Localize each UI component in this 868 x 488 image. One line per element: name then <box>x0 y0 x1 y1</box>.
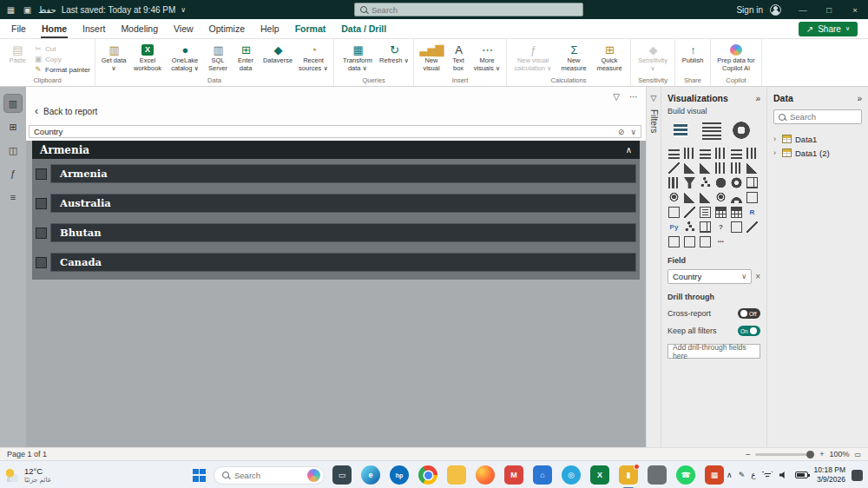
ribbon-chart-icon[interactable] <box>746 162 758 174</box>
save-icon[interactable]: ▣ <box>22 4 33 16</box>
menu-tab-view[interactable]: View <box>166 19 201 38</box>
ribbon-button-get-data[interactable]: ▥Get data ∨ <box>100 41 128 73</box>
field-header-chevron-icon[interactable]: ∨ <box>630 128 636 136</box>
slicer-field-header[interactable]: Country ⊘ ∨ <box>29 125 641 138</box>
data-table-data1-2[interactable]: ›Data1 (2) <box>773 146 862 160</box>
field-pill-country[interactable]: Country ∨ <box>667 269 752 284</box>
ribbon-button-excel-workbook[interactable]: XExcel workbook <box>130 41 165 73</box>
filters-funnel-icon[interactable]: ▽ <box>651 94 657 102</box>
table-icon[interactable] <box>715 207 727 218</box>
visual-more-options-icon[interactable]: ⋯ <box>629 92 638 102</box>
slicer-item-checkbox[interactable] <box>36 228 47 239</box>
ribbon-button-sensitivity[interactable]: ◆Sensitivity ∨ <box>635 41 670 73</box>
python-visual-icon[interactable]: Py <box>668 221 680 233</box>
data-search-input[interactable] <box>790 112 859 122</box>
taskbar-search[interactable] <box>214 466 325 485</box>
matrix-icon[interactable] <box>731 207 742 218</box>
taskbar-app-office[interactable]: ▦ <box>705 465 724 485</box>
pen-icon[interactable]: ✎ <box>739 471 746 479</box>
100-stacked-bar-chart-icon[interactable] <box>731 148 742 159</box>
ribbon-button-paste[interactable]: ▤Paste <box>4 41 30 65</box>
ribbon-button-publish[interactable]: ↑Publish <box>680 41 706 65</box>
ribbon-button-copy[interactable]: ▣Copy <box>33 55 90 63</box>
zoom-slider-thumb[interactable] <box>806 451 814 458</box>
slicer-item-checkbox[interactable] <box>36 198 47 209</box>
slicer-item-checkbox[interactable] <box>36 257 47 268</box>
menu-tab-insert[interactable]: Insert <box>75 19 113 38</box>
ribbon-button-new-visual[interactable]: ▃▅▇New visual <box>418 41 444 73</box>
taskbar-app-power-bi-desktop[interactable]: ▮ <box>619 465 638 485</box>
clear-selections-icon[interactable]: ⊘ <box>618 128 625 136</box>
decomposition-tree-icon[interactable] <box>700 221 711 233</box>
back-to-report[interactable]: ‹ Back to report <box>35 106 97 116</box>
taskbar-app-hp[interactable]: hp <box>390 465 409 485</box>
ribbon-button-refresh[interactable]: ↻Refresh ∨ <box>379 41 409 65</box>
power-automate-icon[interactable] <box>700 236 711 247</box>
zoom-in-icon[interactable]: + <box>819 450 824 458</box>
shape-map-icon[interactable] <box>700 192 711 203</box>
multi-row-card-icon[interactable] <box>668 207 680 218</box>
visual-filter-icon[interactable]: ▽ <box>613 92 620 102</box>
share-button[interactable]: ↗ Share ∨ <box>799 22 858 36</box>
fit-to-page-icon[interactable]: ▭ <box>854 451 861 458</box>
maximize-button[interactable]: □ <box>816 0 842 19</box>
save-status-caret-icon[interactable]: ∨ <box>181 6 186 14</box>
field-pill-chevron-icon[interactable]: ∨ <box>741 273 746 280</box>
ribbon-button-new-visual-calculation[interactable]: ƒNew visual calculation ∨ <box>511 41 555 73</box>
tmdl-view-icon[interactable]: ≡ <box>4 188 22 206</box>
report-view-icon[interactable]: ▥ <box>4 95 22 112</box>
taskbar-app-desktop[interactable]: ▭ <box>332 465 352 485</box>
power-apps-icon[interactable] <box>684 236 695 247</box>
ribbon-button-prep-data-for-copilot-ai[interactable]: Prep data for Copilot AI <box>715 41 757 73</box>
narrative-icon[interactable] <box>731 221 742 233</box>
menu-tab-file[interactable]: File <box>3 19 34 38</box>
data-search[interactable] <box>773 109 862 124</box>
ribbon-button-sql-server[interactable]: ▥SQL Server <box>205 41 231 73</box>
ribbon-button-recent-sources[interactable]: ◔Recent sources ∨ <box>298 41 329 73</box>
slicer-collapse-icon[interactable]: ∧ <box>626 145 632 155</box>
r-script-visual-icon[interactable]: R <box>746 207 758 218</box>
drill-through-field-dropzone[interactable]: Add drill-through fields here <box>667 344 760 359</box>
line-and-stacked-column-chart-icon[interactable] <box>715 162 727 174</box>
pie-chart-icon[interactable] <box>715 177 727 188</box>
taskbar-weather-widget[interactable]: 12°C غائم جزئيًا <box>4 461 51 488</box>
menu-tab-modeling[interactable]: Modeling <box>113 19 166 38</box>
slicer-item[interactable]: Armenia <box>50 164 636 183</box>
ribbon-button-text-box[interactable]: AText box <box>447 41 470 73</box>
ribbon-button-format-painter[interactable]: ✎Format painter <box>33 65 90 74</box>
model-view-icon[interactable]: ◫ <box>4 142 22 159</box>
taskbar-app-excel[interactable]: X <box>590 465 609 485</box>
ribbon-button-more-visuals[interactable]: ⋯More visuals ∨ <box>472 41 502 73</box>
taskbar-app-whatsapp[interactable]: ☎ <box>676 465 695 485</box>
taskbar-app-mail[interactable]: M <box>504 465 523 485</box>
metrics-icon[interactable] <box>746 221 758 233</box>
paginated-report-icon[interactable] <box>668 236 680 247</box>
ribbon-button-cut[interactable]: ✂Cut <box>33 44 90 53</box>
slicer-item-checkbox[interactable] <box>36 168 47 180</box>
account-avatar-icon[interactable] <box>770 4 781 16</box>
titlebar-search-input[interactable] <box>372 5 545 15</box>
menu-tab-home[interactable]: Home <box>34 19 75 38</box>
ribbon-button-dataverse[interactable]: ◆Dataverse <box>260 41 295 65</box>
key-influencers-icon[interactable] <box>684 221 695 233</box>
stacked-column-chart-icon[interactable] <box>684 148 695 159</box>
stacked-bar-chart-large-icon[interactable] <box>702 121 721 140</box>
sign-in-link[interactable]: Sign in <box>729 5 770 15</box>
app-grid-icon[interactable]: ▦ <box>5 4 16 16</box>
dax-query-view-icon[interactable]: ƒ <box>4 165 22 182</box>
zoom-slider[interactable] <box>755 453 814 456</box>
kpi-icon[interactable] <box>684 207 695 218</box>
gauge-icon[interactable] <box>731 192 742 203</box>
menu-tab-optimize[interactable]: Optimize <box>201 19 253 38</box>
slicer-visual-selected-icon[interactable] <box>669 119 692 142</box>
treemap-icon[interactable] <box>746 177 758 188</box>
q-and-a-icon[interactable]: ? <box>715 221 727 233</box>
slicer-title-bar[interactable]: Armenia ∧ <box>32 141 640 159</box>
stacked-area-chart-icon[interactable] <box>700 162 711 174</box>
menu-tab-format[interactable]: Format <box>287 19 334 38</box>
windows-start-button[interactable] <box>193 469 206 482</box>
taskbar-app-microsoft-store[interactable]: ⌂ <box>533 465 552 485</box>
minimize-button[interactable]: — <box>790 0 816 19</box>
card-icon[interactable] <box>746 192 758 203</box>
titlebar-search[interactable] <box>354 3 583 16</box>
